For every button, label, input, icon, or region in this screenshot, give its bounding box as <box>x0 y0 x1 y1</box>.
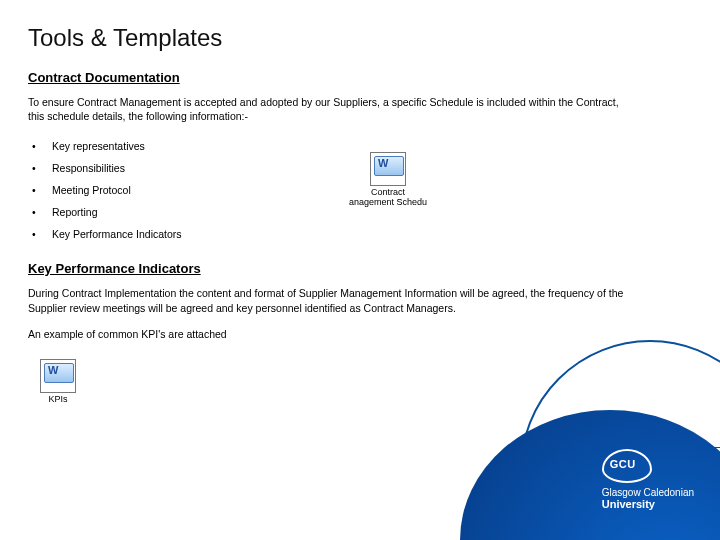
logo-text-line1: Glasgow Caledonian <box>602 487 694 498</box>
embedded-doc-contract-schedule[interactable]: Contract anagement Schedu <box>340 152 436 208</box>
word-doc-icon <box>370 152 406 186</box>
word-doc-icon <box>40 359 76 393</box>
intro-paragraph: To ensure Contract Management is accepte… <box>28 95 628 123</box>
kpi-paragraph-1: During Contract Implementation the conte… <box>28 286 628 314</box>
embed-caption: KPIs <box>28 395 88 405</box>
page-title: Tools & Templates <box>28 24 692 52</box>
embed-caption: Contract anagement Schedu <box>340 188 436 208</box>
logo-text-line2: University <box>602 498 694 510</box>
logo-mark <box>602 449 652 483</box>
list-item: Key Performance Indicators <box>28 223 692 245</box>
embedded-doc-kpis[interactable]: KPIs <box>28 359 88 405</box>
section-heading-contract-documentation: Contract Documentation <box>28 70 692 85</box>
kpi-paragraph-2: An example of common KPI's are attached <box>28 327 628 341</box>
section-heading-kpi: Key Performance Indicators <box>28 261 692 276</box>
gcu-logo: Glasgow Caledonian University <box>602 449 694 510</box>
